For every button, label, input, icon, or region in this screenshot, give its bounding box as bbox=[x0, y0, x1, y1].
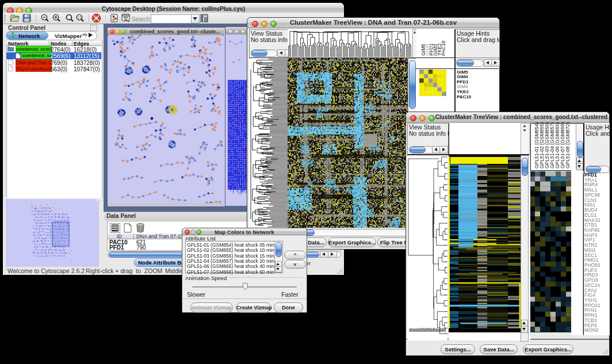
svg-text:1:1: 1:1 bbox=[78, 16, 82, 19]
